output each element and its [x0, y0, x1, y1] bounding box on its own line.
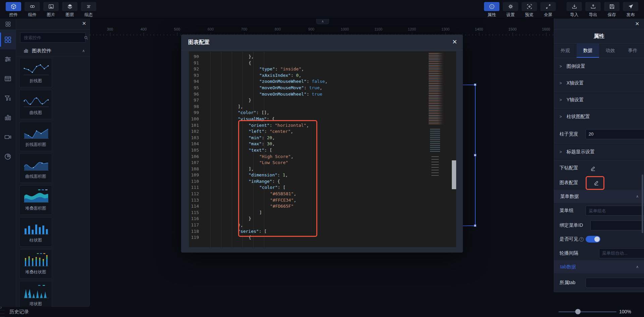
fullscreen-button[interactable]: 全屏 — [539, 2, 557, 18]
tab-events[interactable]: 事件 — [622, 44, 644, 58]
category-controls[interactable] — [0, 49, 16, 69]
chart-card-stacked-area[interactable]: 堆叠面积图 — [19, 186, 52, 215]
section-title-display[interactable]: > 标题显示设置 — [554, 143, 644, 161]
chevron-up-icon: ∧ — [636, 265, 639, 269]
code-line: 105"text": [ — [189, 147, 456, 154]
tab-appearance[interactable]: 外观 — [554, 44, 577, 58]
section-bar-config[interactable]: > 柱状图配置 — [554, 108, 644, 125]
editor-scrollbar-thumb[interactable] — [452, 160, 456, 189]
json-code-editor[interactable]: 90},91{92"type": "inside",93"xAxisIndex"… — [189, 51, 456, 247]
chevron-right-icon: > — [559, 98, 562, 102]
dialog-close-button[interactable]: ✕ — [452, 38, 457, 46]
minimap[interactable] — [427, 52, 451, 193]
section-xaxis-settings[interactable]: > X轴设置 — [554, 75, 644, 92]
menu-group-input[interactable] — [586, 206, 644, 216]
chart-config-row: 图表配置 — [554, 175, 644, 190]
ruler-number: 1500 — [508, 27, 517, 31]
import-button[interactable]: 导入 — [565, 2, 584, 18]
selection-handle-top-right[interactable] — [474, 84, 476, 86]
code-lines: 90},91{92"type": "inside",93"xAxisIndex"… — [189, 54, 456, 241]
chart-config-label: 图表配置 — [559, 180, 586, 186]
widgets-button[interactable]: 控件 — [4, 2, 23, 18]
category-bars[interactable] — [0, 108, 16, 127]
section-yaxis-settings[interactable]: > Y轴设置 — [554, 92, 644, 108]
export-button[interactable]: 导出 — [584, 2, 602, 18]
carousel-interval-input[interactable] — [599, 248, 644, 258]
settings-button[interactable]: 设置 — [501, 2, 520, 18]
chart-card-curve[interactable]: 曲线图 — [19, 90, 52, 119]
bind-menu-id-label: 绑定菜单ID — [559, 222, 590, 228]
chevron-right-icon: > — [559, 64, 562, 69]
search-icon[interactable] — [84, 35, 89, 40]
chart-card-bar[interactable]: 柱状图 — [19, 217, 52, 247]
toolbar-collapse-button[interactable]: ∧ — [316, 19, 329, 24]
components-button[interactable]: 组件 — [23, 2, 42, 18]
chevron-right-icon: > — [559, 81, 562, 86]
category-tables[interactable] — [0, 69, 16, 88]
selection-handle-bottom-right[interactable] — [474, 224, 476, 227]
left-panel-close-button[interactable]: ✕ — [82, 20, 86, 27]
chart-widgets-section-header[interactable]: 图表控件 ∧ — [16, 45, 90, 56]
chart-card-line[interactable]: 折线图 — [19, 58, 52, 87]
code-line: 101"orient": "horizontal", — [189, 122, 456, 129]
properties-button[interactable]: 属性 — [482, 2, 501, 18]
ruler-number: 1200 — [408, 27, 416, 31]
fullscreen-label: 全屏 — [544, 12, 552, 18]
widget-library-body: ✕ 图表控件 ∧ 折线图 曲线图 — [16, 18, 90, 307]
category-charts[interactable] — [0, 30, 16, 49]
search-input[interactable] — [23, 35, 84, 41]
chart-card-stacked-bar[interactable]: 堆叠柱状图 — [19, 249, 52, 278]
tab-data-header[interactable]: tab数据 ∧ — [554, 261, 644, 273]
parent-tab-field: 所属tab ∨ — [554, 273, 644, 292]
bar-width-input[interactable] — [586, 129, 644, 139]
code-line: 97} — [189, 97, 456, 104]
preview-button[interactable]: 预览 — [520, 2, 539, 18]
properties-close-button[interactable]: ✕ — [635, 21, 639, 27]
export-label: 导出 — [589, 12, 597, 18]
selection-handle-mid-right[interactable] — [474, 154, 476, 156]
rail-grid-small-icon[interactable] — [0, 18, 16, 30]
chart-config-edit-button[interactable] — [589, 178, 604, 188]
panel-scrollbar-thumb[interactable] — [642, 174, 643, 233]
chart-card-tower[interactable]: 塔状图 — [19, 281, 52, 307]
category-media[interactable] — [0, 127, 16, 147]
mini-bar-chart-icon — [23, 48, 29, 53]
config-mode-button[interactable]: 组态 — [79, 2, 98, 18]
toolbar-left-group: 控件 组件 图片 图层 组态 — [4, 0, 98, 18]
zoom-slider-track[interactable] — [558, 311, 616, 312]
menu-data-header[interactable]: 菜单数据 ∧ — [554, 190, 644, 203]
settings-label: 设置 — [506, 12, 515, 18]
ruler-number: 600 — [208, 27, 214, 31]
tab-data[interactable]: 数据 — [577, 44, 599, 58]
tab-animation[interactable]: 动效 — [599, 44, 622, 58]
category-pies[interactable] — [0, 147, 16, 166]
code-line: 102"left": "center", — [189, 128, 456, 135]
config-mode-label: 组态 — [85, 12, 93, 18]
code-line: 91{ — [189, 60, 456, 66]
ruler-number: 1400 — [475, 27, 483, 31]
menu-group-label: 菜单组 — [559, 208, 586, 214]
layers-button[interactable]: 图层 — [60, 2, 79, 18]
chevron-right-icon: > — [559, 150, 562, 154]
code-line: 100"visualMap": { — [189, 116, 456, 122]
images-label: 图片 — [47, 12, 55, 18]
images-button[interactable]: 图片 — [42, 2, 60, 18]
image-icon — [48, 3, 54, 10]
code-line: 94"zoomOnMouseWheel": false, — [189, 78, 456, 85]
chart-card-curve-area[interactable]: 曲线面积图 — [19, 154, 52, 183]
section-legend-settings[interactable]: > 图例设置 — [554, 58, 644, 75]
category-filters[interactable] — [0, 88, 16, 108]
bind-menu-id-input[interactable] — [590, 220, 644, 230]
visibility-toggle[interactable] — [586, 236, 600, 243]
history-button[interactable]: 历史记录 — [9, 309, 29, 315]
parent-tab-select[interactable] — [586, 278, 644, 288]
drilldown-edit-button[interactable] — [586, 163, 600, 173]
code-line: 104"max": 30, — [189, 141, 456, 147]
chevron-right-icon: > — [559, 114, 562, 119]
drilldown-label: 下钻配置 — [559, 165, 586, 171]
chart-card-line-area[interactable]: 折线面积图 — [19, 122, 52, 151]
publish-button[interactable]: 发布 — [621, 2, 640, 18]
zoom-slider-knob[interactable] — [575, 309, 581, 314]
grid-icon — [4, 36, 12, 44]
save-button[interactable]: 保存 — [602, 2, 621, 18]
